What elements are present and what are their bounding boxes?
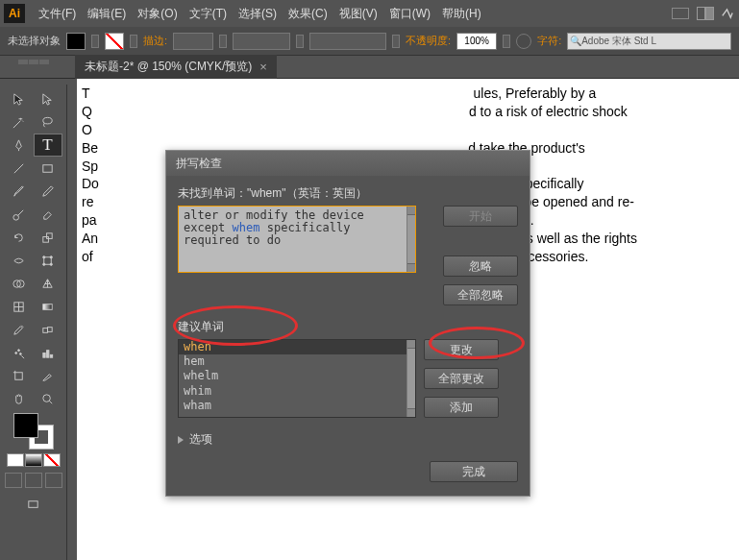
- fill-color[interactable]: [13, 413, 38, 438]
- perspective-grid-tool[interactable]: [35, 273, 62, 294]
- menu-window[interactable]: 窗口(W): [383, 2, 436, 26]
- brush-def[interactable]: [233, 33, 290, 50]
- svg-point-19: [15, 352, 17, 353]
- disclosure-icon: [178, 436, 184, 444]
- change-button[interactable]: 更改: [424, 339, 499, 360]
- lasso-tool[interactable]: [35, 111, 62, 133]
- panel-handle[interactable]: [13, 60, 54, 65]
- opacity-label: 不透明度:: [406, 34, 451, 48]
- shape-builder-tool[interactable]: [6, 273, 33, 294]
- zoom-tool[interactable]: [35, 388, 62, 409]
- document-tab-bar: 未标题-2* @ 150% (CMYK/预览) ×: [0, 56, 739, 79]
- stroke-swatch[interactable]: [105, 33, 124, 50]
- ignore-all-button[interactable]: 全部忽略: [443, 284, 518, 305]
- svg-rect-23: [47, 350, 49, 357]
- menu-view[interactable]: 视图(V): [333, 2, 383, 26]
- svg-rect-30: [29, 500, 37, 507]
- document-tab[interactable]: 未标题-2* @ 150% (CMYK/预览) ×: [75, 55, 277, 79]
- style-select[interactable]: [309, 33, 386, 50]
- context-scrollbar[interactable]: [406, 207, 415, 272]
- type-tool[interactable]: T: [35, 134, 62, 156]
- font-search[interactable]: 🔍 Adobe 宋体 Std L: [567, 33, 731, 50]
- blend-tool[interactable]: [35, 319, 62, 340]
- done-button[interactable]: 完成: [430, 461, 518, 482]
- add-button[interactable]: 添加: [424, 397, 499, 418]
- menu-select[interactable]: 选择(S): [233, 2, 283, 26]
- menu-help[interactable]: 帮助(H): [436, 2, 487, 26]
- brush-def-drop[interactable]: [296, 35, 304, 48]
- stroke-weight[interactable]: [173, 33, 213, 50]
- document-tab-title: 未标题-2* @ 150% (CMYK/预览): [85, 59, 252, 75]
- blob-brush-tool[interactable]: [6, 204, 33, 225]
- artboard-tool[interactable]: [6, 365, 33, 386]
- suggestions-list[interactable]: when hem whelm whim wham: [178, 339, 416, 418]
- options-toggle[interactable]: 选项: [178, 431, 518, 448]
- pencil-tool[interactable]: [35, 181, 62, 202]
- ignore-button[interactable]: 忽略: [443, 256, 518, 277]
- menu-effect[interactable]: 效果(C): [283, 2, 333, 26]
- direct-selection-tool[interactable]: [35, 88, 62, 110]
- frame-icon[interactable]: [672, 8, 689, 19]
- fill-swatch[interactable]: [66, 33, 86, 50]
- menu-edit[interactable]: 编辑(E): [82, 2, 132, 26]
- stroke-dropdown[interactable]: [130, 35, 137, 48]
- misspelled-word: whem: [233, 221, 260, 234]
- selection-tool[interactable]: [6, 88, 33, 110]
- control-bar: 未选择对象 描边: 不透明度: 100% 字符: 🔍 Adobe 宋体 Std …: [0, 27, 739, 56]
- mesh-tool[interactable]: [6, 296, 33, 317]
- color-mode[interactable]: [7, 453, 24, 467]
- tools-panel: T: [0, 85, 67, 560]
- symbol-sprayer-tool[interactable]: [6, 342, 33, 363]
- close-tab-icon[interactable]: ×: [259, 60, 267, 74]
- menu-type[interactable]: 文字(T): [184, 2, 233, 26]
- suggestions-label: 建议单词: [178, 319, 518, 335]
- dialog-title[interactable]: 拼写检查: [166, 151, 530, 176]
- suggestion-item[interactable]: whelm: [179, 369, 415, 383]
- suggestion-item[interactable]: whim: [179, 384, 415, 399]
- gradient-mode[interactable]: [25, 453, 42, 467]
- none-mode[interactable]: [43, 453, 61, 467]
- suggestion-item[interactable]: wham: [179, 399, 415, 413]
- sync-icon[interactable]: [718, 6, 735, 21]
- width-tool[interactable]: [6, 250, 33, 271]
- suggestion-item[interactable]: hem: [179, 354, 415, 369]
- free-transform-tool[interactable]: [35, 250, 62, 271]
- stroke-weight-drop[interactable]: [219, 35, 227, 48]
- selection-status: 未选择对象: [8, 34, 61, 48]
- start-button[interactable]: 开始: [443, 206, 518, 227]
- fill-stroke-swatches[interactable]: [13, 413, 54, 450]
- screen-mode[interactable]: [20, 494, 47, 515]
- suggestion-item[interactable]: when: [179, 340, 415, 354]
- column-graph-tool[interactable]: [35, 342, 62, 363]
- opacity-drop[interactable]: [503, 35, 510, 48]
- line-tool[interactable]: [6, 158, 33, 179]
- menu-file[interactable]: 文件(F): [33, 2, 82, 26]
- svg-rect-5: [47, 232, 53, 238]
- gradient-tool[interactable]: [35, 296, 62, 317]
- globe-icon[interactable]: [516, 34, 531, 49]
- rotate-tool[interactable]: [6, 227, 33, 248]
- menu-object[interactable]: 对象(O): [132, 2, 183, 26]
- svg-rect-4: [43, 236, 49, 242]
- pen-tool[interactable]: [6, 134, 33, 156]
- fill-dropdown[interactable]: [91, 35, 99, 48]
- stroke-label: 描边:: [143, 34, 167, 48]
- context-textbox[interactable]: alter or modify the device except whem s…: [178, 206, 416, 273]
- paintbrush-tool[interactable]: [6, 181, 33, 202]
- draw-inside[interactable]: [45, 473, 62, 488]
- layout-icon[interactable]: [697, 7, 714, 20]
- draw-behind[interactable]: [25, 473, 42, 488]
- change-all-button[interactable]: 全部更改: [424, 368, 499, 389]
- slice-tool[interactable]: [35, 365, 62, 386]
- magic-wand-tool[interactable]: [6, 111, 33, 133]
- suggestions-scrollbar[interactable]: [406, 340, 415, 417]
- draw-normal[interactable]: [5, 473, 22, 488]
- scale-tool[interactable]: [35, 227, 62, 248]
- svg-point-28: [43, 394, 51, 402]
- rectangle-tool[interactable]: [35, 158, 62, 179]
- opacity-value[interactable]: 100%: [456, 33, 497, 50]
- style-drop[interactable]: [392, 35, 400, 48]
- eyedropper-tool[interactable]: [6, 319, 33, 340]
- hand-tool[interactable]: [6, 388, 33, 409]
- eraser-tool[interactable]: [35, 204, 62, 225]
